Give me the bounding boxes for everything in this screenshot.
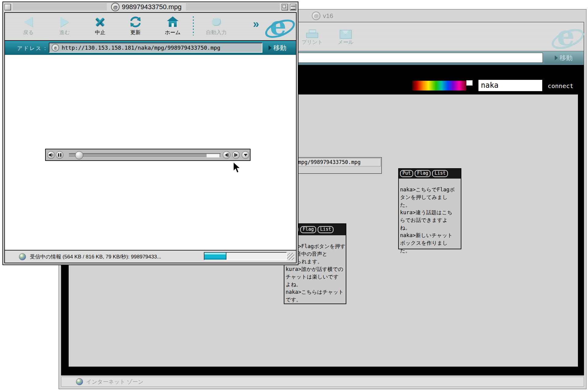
back-button[interactable]: 戻る [14, 15, 43, 36]
volume-button[interactable] [47, 151, 55, 159]
address-label: アドレス : [17, 45, 47, 52]
chat-message-line: naka>こちらはチャット [286, 288, 345, 296]
page-at-icon: @ [111, 3, 120, 11]
chat-message-line: ボックスを作りまし [400, 239, 460, 247]
forward-button[interactable]: 進む [50, 15, 79, 36]
home-icon [167, 16, 179, 27]
window-title-text: 998979433750.mpg [122, 3, 182, 11]
go-arrow-icon [269, 45, 272, 50]
titlebar[interactable]: @ 998979433750.mpg [3, 2, 298, 12]
nickname-input[interactable]: naka [478, 80, 542, 91]
go-button[interactable]: 移動 [544, 52, 583, 64]
chat-tab-button[interactable]: Flag [300, 226, 316, 233]
buffer-loaded-segment [207, 154, 219, 157]
page-content [5, 55, 296, 251]
playback-track[interactable] [69, 153, 221, 158]
mail-button[interactable]: メール [329, 25, 363, 46]
media-player-controller [45, 149, 251, 161]
back-arrow-icon [24, 17, 33, 27]
chat-message-line: らでお話できますよ [400, 216, 460, 224]
chat-tab-button[interactable]: Put [400, 170, 413, 177]
print-button[interactable]: プリント [295, 25, 329, 46]
chat-tabs: PutFlagList [399, 169, 461, 179]
chat-tab-button[interactable]: Flag [415, 170, 431, 177]
forward-arrow-icon [60, 17, 69, 27]
stop-button[interactable]: 中止 [85, 15, 115, 36]
chat-message-line: naka>こちらでFlagボ [400, 186, 460, 194]
resize-grip[interactable] [287, 253, 294, 260]
chat-message-line: よね。 [286, 281, 345, 288]
nickname-value: naka [481, 81, 499, 90]
window-content-frame: 戻る 進む 中止 更新 [4, 12, 297, 263]
home-label: ホーム [158, 29, 187, 36]
ie-logo-icon: e [266, 14, 292, 38]
autofill-button[interactable]: 自動入力 [202, 15, 231, 36]
step-forward-icon [234, 153, 238, 157]
chat-message-line: です。 [286, 296, 345, 304]
printer-icon [306, 30, 318, 39]
chat-box-right: PutFlagList naka>こちらでFlagボタンを押してみました。kur… [398, 168, 461, 249]
toolbar: 戻る 進む 中止 更新 [5, 13, 296, 41]
download-progress-bar [204, 252, 287, 260]
go-button[interactable]: 移動 [259, 41, 295, 55]
autofill-icon [212, 18, 221, 26]
stop-label: 中止 [85, 29, 115, 36]
collapse-box-icon[interactable] [290, 4, 296, 10]
speaker-icon [49, 153, 53, 157]
ie-logo-icon: e [553, 23, 581, 49]
playhead-thumb[interactable] [75, 151, 83, 159]
chat-tab-button[interactable]: List [318, 226, 334, 233]
media-url-text: mpg/998979433750.mpg [298, 159, 361, 165]
home-button[interactable]: ホーム [158, 15, 187, 36]
refresh-button[interactable]: 更新 [121, 15, 150, 36]
chat-message-line: naka>新しいチャット [400, 232, 460, 239]
internet-zone-globe-icon [76, 378, 83, 385]
chat-messages: naka>こちらでFlagボタンを押してみました。kura>違う話題はこちらでお… [399, 179, 461, 254]
titlebar-stripes [13, 4, 107, 10]
chat-message-line: kura>誰かが話す横での [286, 265, 345, 273]
address-bar: アドレス : @ http://130.153.158.181/naka/mpg… [5, 41, 296, 55]
chat-message-line: た。 [400, 247, 460, 254]
refresh-label: 更新 [121, 29, 150, 36]
connect-button[interactable]: connect [548, 82, 573, 90]
autofill-label: 自動入力 [202, 29, 231, 36]
download-progress-fill [204, 253, 226, 260]
toolbar-overflow-chevron[interactable]: » [249, 18, 263, 30]
go-label: 移動 [273, 44, 286, 52]
back-label: 戻る [14, 29, 43, 36]
zoom-box-icon[interactable] [282, 4, 288, 10]
chat-message-line: チャットは楽しいです [286, 273, 345, 281]
mouse-cursor [233, 162, 242, 174]
dropdown-arrow-icon [244, 154, 247, 156]
chat-tab-button[interactable]: List [432, 170, 448, 177]
chat-message-line: タンを押してみまし [400, 194, 460, 201]
chat-message-line: ね。 [400, 224, 460, 232]
color-picker-gradient[interactable] [412, 81, 466, 91]
pause-icon [58, 153, 61, 157]
options-dropdown-button[interactable] [242, 151, 249, 159]
browser-window-mpg: @ 998979433750.mpg 戻る 進む 中止 [2, 2, 298, 265]
stop-x-icon [94, 16, 106, 28]
status-bar: 受信中の情報 (564 KB / 816 KB, 79 KB/秒): 99897… [5, 250, 296, 263]
refresh-icon [130, 16, 141, 27]
address-url: http://130.153.158.181/naka/mpg/99897943… [62, 44, 220, 51]
url-at-icon: @ [52, 44, 59, 52]
toolbar-separator [193, 16, 194, 35]
chat-message-line: kura>違う話題はこち [400, 209, 460, 216]
pause-button[interactable] [56, 151, 63, 159]
mail-label: メール [329, 39, 363, 46]
selected-color-chip[interactable] [466, 80, 473, 86]
close-box-icon[interactable] [5, 4, 11, 10]
mail-icon [340, 30, 352, 39]
window-title: v16 [323, 12, 333, 20]
forward-label: 進む [50, 29, 79, 36]
page-at-icon: @ [312, 12, 320, 20]
step-back-icon [225, 153, 229, 157]
step-back-button[interactable] [223, 151, 230, 159]
status-text: インターネット ゾーン [86, 378, 143, 386]
address-input[interactable]: @ http://130.153.158.181/naka/mpg/998979… [49, 43, 262, 53]
go-arrow-icon [555, 55, 558, 60]
step-forward-button[interactable] [232, 151, 240, 159]
download-status-text: 受信中の情報 (564 KB / 816 KB, 79 KB/秒): 99897… [30, 253, 161, 260]
window-title: @ 998979433750.mpg [109, 3, 184, 11]
